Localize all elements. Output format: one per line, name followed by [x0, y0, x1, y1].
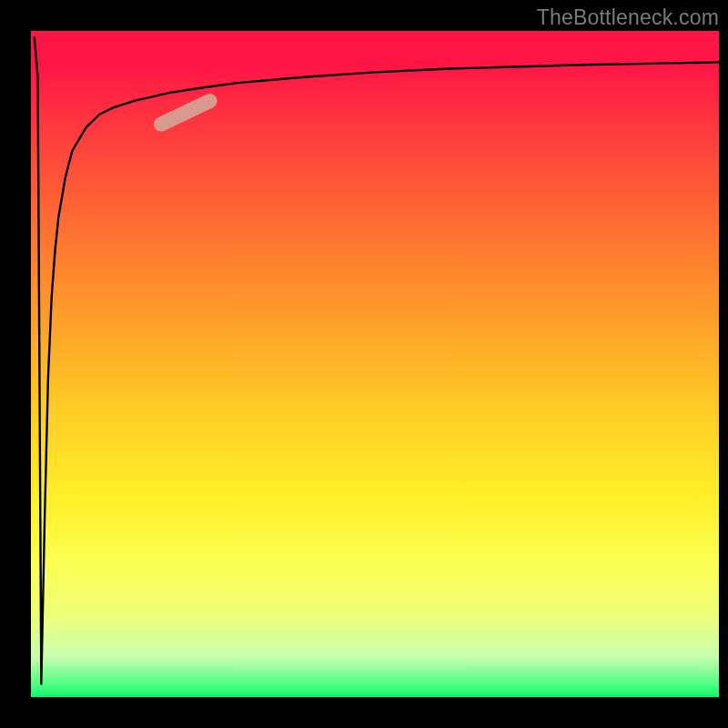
curve-layer — [31, 31, 719, 697]
watermark-text: TheBottleneck.com — [537, 5, 719, 30]
chart-stage: TheBottleneck.com — [0, 0, 728, 728]
bottleneck-curve — [35, 37, 719, 683]
highlight-band — [161, 101, 210, 125]
plot-area — [31, 31, 719, 697]
